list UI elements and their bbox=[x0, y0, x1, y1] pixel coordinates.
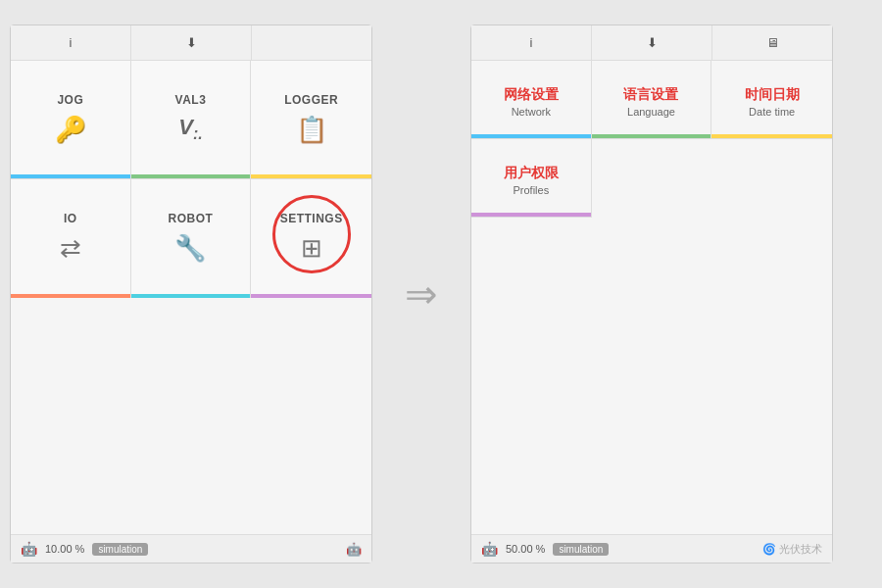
datetime-cell[interactable]: 时间日期 Date time bbox=[711, 61, 832, 139]
profiles-label-cn: 用户权限 bbox=[504, 165, 559, 182]
network-cell[interactable]: 网络设置 Network bbox=[471, 61, 592, 139]
io-bar bbox=[11, 294, 130, 298]
io-cell[interactable]: IO ⇄ bbox=[11, 179, 131, 297]
right-footer-speed: 50.00 % bbox=[506, 543, 545, 555]
val3-label: VAL3 bbox=[175, 93, 207, 107]
arrow-symbol: ⇒ bbox=[405, 271, 438, 317]
main-container: i ⬇ JOG 🔑 VAL3 V:. LOG bbox=[10, 15, 872, 573]
right-empty-area bbox=[471, 218, 832, 534]
val3-bar bbox=[131, 174, 251, 178]
right-download-icon: ⬇ bbox=[647, 35, 658, 50]
language-label-cn: 语言设置 bbox=[623, 86, 678, 104]
right-footer-badge: simulation bbox=[553, 543, 609, 556]
left-empty-area bbox=[11, 298, 371, 535]
header-info: i bbox=[11, 25, 131, 60]
left-footer-badge: simulation bbox=[92, 543, 148, 556]
right-footer-robot-icon: 🤖 bbox=[481, 541, 498, 557]
logger-cell[interactable]: LOGGER 📋 bbox=[251, 61, 371, 179]
profiles-cell[interactable]: 用户权限 Profiles bbox=[471, 139, 592, 218]
header-download: ⬇ bbox=[131, 25, 252, 60]
right-header-info: i bbox=[471, 25, 592, 60]
left-footer: 🤖 10.00 % simulation 🤖 bbox=[11, 534, 371, 563]
right-footer: 🤖 50.00 % simulation 🌀 光伏技术 bbox=[471, 534, 832, 563]
settings-label: SETTINGS bbox=[280, 212, 343, 225]
left-panel: i ⬇ JOG 🔑 VAL3 V:. LOG bbox=[10, 24, 372, 564]
robot-cell[interactable]: ROBOT 🔧 bbox=[131, 179, 252, 297]
io-icon: ⇄ bbox=[60, 233, 81, 264]
settings-grid: 网络设置 Network 语言设置 Language 时间日期 Date tim… bbox=[471, 61, 832, 218]
logger-bar bbox=[251, 174, 371, 178]
left-footer-speed: 10.00 % bbox=[45, 543, 84, 555]
jog-cell[interactable]: JOG 🔑 bbox=[11, 61, 131, 179]
language-label-en: Language bbox=[627, 106, 675, 118]
robot-icon: 🔧 bbox=[174, 233, 206, 264]
left-footer-right-icon: 🤖 bbox=[346, 542, 362, 557]
jog-label: JOG bbox=[57, 93, 83, 107]
jog-icon: 🔑 bbox=[55, 115, 86, 145]
language-cell[interactable]: 语言设置 Language bbox=[592, 61, 712, 139]
left-panel-grid: JOG 🔑 VAL3 V:. LOGGER 📋 IO ⇄ bbox=[11, 61, 371, 298]
right-header-download: ⬇ bbox=[592, 25, 712, 60]
profiles-label-en: Profiles bbox=[513, 184, 549, 196]
network-bar bbox=[471, 134, 591, 138]
datetime-label-cn: 时间日期 bbox=[745, 86, 800, 104]
val3-icon: V:. bbox=[178, 115, 202, 143]
settings-bar bbox=[251, 294, 371, 298]
left-panel-header: i ⬇ bbox=[11, 25, 371, 61]
robot-bar bbox=[131, 294, 251, 298]
right-panel: i ⬇ 🖥 网络设置 Network 语言设置 Language bbox=[470, 24, 833, 564]
right-header-monitor: 🖥 bbox=[712, 25, 832, 60]
right-info-icon: i bbox=[530, 35, 533, 50]
download-icon: ⬇ bbox=[186, 35, 197, 50]
right-monitor-icon: 🖥 bbox=[766, 35, 779, 50]
info-icon: i bbox=[70, 35, 73, 50]
datetime-bar bbox=[711, 134, 832, 138]
right-panel-header: i ⬇ 🖥 bbox=[471, 25, 832, 61]
profiles-bar bbox=[471, 213, 591, 217]
settings-cell[interactable]: SETTINGS ⊞ bbox=[251, 179, 371, 297]
io-label: IO bbox=[64, 212, 77, 225]
robot-label: ROBOT bbox=[169, 212, 214, 225]
logger-label: LOGGER bbox=[284, 93, 338, 107]
jog-bar bbox=[11, 174, 130, 178]
arrow-container: ⇒ bbox=[392, 271, 451, 317]
header-extra bbox=[252, 25, 371, 60]
left-footer-robot-icon: 🤖 bbox=[21, 541, 37, 557]
logger-icon: 📋 bbox=[296, 115, 327, 145]
val3-cell[interactable]: VAL3 V:. bbox=[131, 61, 252, 179]
language-bar bbox=[592, 134, 711, 138]
network-label-en: Network bbox=[512, 106, 551, 118]
network-label-cn: 网络设置 bbox=[504, 86, 559, 104]
right-footer-watermark: 🌀 光伏技术 bbox=[762, 542, 822, 557]
datetime-label-en: Date time bbox=[749, 106, 795, 118]
settings-icon: ⊞ bbox=[301, 233, 322, 264]
